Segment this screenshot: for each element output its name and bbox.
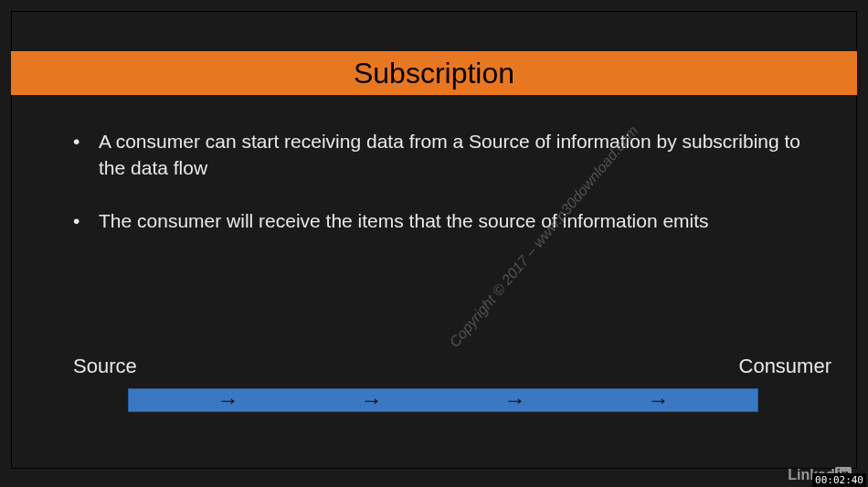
bullet-marker: • (73, 207, 99, 234)
consumer-label: Consumer (739, 355, 831, 378)
arrow-icon: → (217, 389, 239, 411)
arrow-icon: → (648, 389, 670, 411)
arrow-icon: → (504, 389, 526, 411)
source-label: Source (73, 355, 137, 378)
bullet-text: The consumer will receive the items that… (99, 207, 813, 234)
bullet-list: • A consumer can start receiving data fr… (73, 128, 813, 259)
bullet-text: A consumer can start receiving data from… (99, 128, 813, 182)
slide-title: Subscription (354, 57, 514, 90)
video-timestamp: 00:02:40 (812, 473, 866, 487)
bullet-item: • The consumer will receive the items th… (73, 207, 813, 234)
flow-bar: → → → → (128, 388, 758, 412)
title-bar: Subscription (11, 51, 857, 95)
arrow-icon: → (361, 389, 383, 411)
bullet-item: • A consumer can start receiving data fr… (73, 128, 813, 182)
bullet-marker: • (73, 128, 99, 182)
